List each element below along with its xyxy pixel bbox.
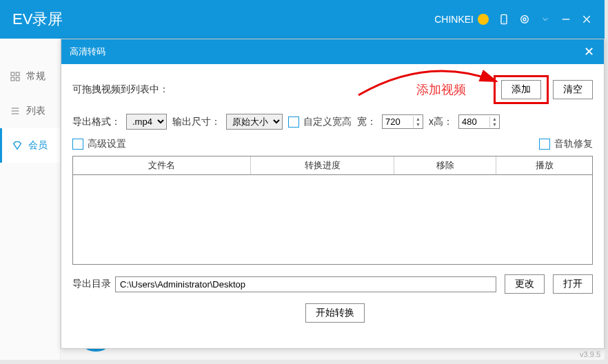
col-progress: 转换进度 (251, 156, 394, 174)
list-icon (10, 105, 21, 117)
dropdown-icon[interactable] (540, 14, 551, 25)
app-title: EV录屏 (12, 9, 434, 30)
dialog-close-icon[interactable]: ✕ (582, 45, 596, 59)
sidebar-label: 会员 (28, 139, 48, 152)
width-label: 宽： (357, 116, 376, 128)
settings-icon[interactable] (519, 14, 530, 25)
svg-point-3 (523, 18, 526, 21)
format-row: 导出格式： .mp4 输出尺寸： 原始大小 自定义宽高 宽： ▲▼ x高： ▲▼ (72, 114, 593, 130)
sidebar: 常规 列表 会员 (0, 39, 61, 360)
sidebar-label: 列表 (26, 105, 45, 117)
sidebar-item-general[interactable]: 常规 (0, 59, 60, 94)
clear-button[interactable]: 清空 (553, 80, 593, 99)
advanced-checkbox[interactable]: 高级设置 (72, 138, 126, 150)
format-label: 导出格式： (72, 116, 121, 128)
phone-icon[interactable] (498, 14, 509, 25)
format-select[interactable]: .mp4 (126, 114, 167, 130)
dialog-header: 高清转码 ✕ (61, 39, 604, 64)
spin-up-icon[interactable]: ▲ (414, 117, 423, 122)
open-button[interactable]: 打开 (553, 274, 593, 294)
drag-row: 可拖拽视频到列表中： 添加视频 添加 清空 (72, 75, 593, 104)
svg-rect-8 (16, 77, 19, 81)
start-row: 开始转换 (72, 303, 593, 323)
spin-down-icon[interactable]: ▼ (490, 122, 499, 128)
svg-point-2 (521, 16, 529, 23)
user-info[interactable]: CHINKEI (434, 14, 489, 25)
titlebar-right: CHINKEI (434, 14, 592, 25)
spin-up-icon[interactable]: ▲ (490, 117, 499, 122)
custom-wh-label: 自定义宽高 (303, 116, 352, 128)
col-play: 播放 (496, 156, 592, 174)
width-input[interactable] (383, 115, 413, 128)
start-convert-button[interactable]: 开始转换 (305, 303, 365, 323)
sidebar-item-vip[interactable]: 会员 (0, 128, 60, 163)
version-label: v3.9.5 (580, 350, 600, 358)
custom-wh-checkbox[interactable]: 自定义宽高 (288, 116, 352, 128)
diamond-icon (12, 140, 23, 151)
dialog-body: 可拖拽视频到列表中： 添加视频 添加 清空 导出格式： .mp4 输出尺寸： 原… (61, 64, 604, 334)
user-name: CHINKEI (434, 14, 474, 25)
checkbox-icon (539, 139, 550, 150)
height-label: x高： (429, 116, 453, 128)
output-label: 导出目录 (72, 278, 111, 290)
coin-icon (478, 14, 489, 25)
height-spinner[interactable]: ▲▼ (458, 114, 500, 129)
audiofix-label: 音轨修复 (554, 138, 593, 150)
svg-rect-5 (11, 72, 14, 76)
width-spinner[interactable]: ▲▼ (382, 114, 423, 129)
svg-point-1 (503, 21, 504, 22)
col-remove: 移除 (394, 156, 496, 174)
output-row: 导出目录 更改 打开 (72, 274, 593, 294)
add-highlight: 添加 (494, 75, 549, 104)
hd-transcode-dialog: 高清转码 ✕ 可拖拽视频到列表中： 添加视频 添加 清空 导出格式： .mp4 … (61, 39, 605, 349)
svg-rect-6 (16, 72, 19, 76)
sidebar-item-list[interactable]: 列表 (0, 94, 60, 128)
col-filename: 文件名 (73, 156, 251, 174)
audiofix-checkbox[interactable]: 音轨修复 (539, 138, 593, 150)
advanced-label: 高级设置 (88, 138, 126, 150)
sidebar-label: 常规 (26, 70, 45, 83)
close-icon[interactable] (581, 14, 592, 25)
file-table: 文件名 转换进度 移除 播放 (72, 156, 593, 265)
options-row: 高级设置 音轨修复 (72, 138, 593, 150)
size-select[interactable]: 原始大小 (226, 114, 283, 130)
checkbox-icon (288, 117, 299, 128)
height-input[interactable] (459, 115, 489, 128)
checkbox-icon (72, 139, 83, 150)
add-button[interactable]: 添加 (501, 80, 541, 99)
output-path-input[interactable] (115, 276, 496, 292)
svg-rect-7 (11, 77, 14, 81)
minimize-icon[interactable] (560, 14, 571, 25)
title-bar: EV录屏 CHINKEI (0, 0, 605, 39)
spin-buttons[interactable]: ▲▼ (413, 117, 423, 128)
grid-icon (10, 71, 21, 82)
change-button[interactable]: 更改 (505, 274, 545, 294)
spin-buttons[interactable]: ▲▼ (489, 117, 499, 128)
drag-label: 可拖拽视频到列表中： (72, 83, 416, 96)
svg-rect-0 (501, 14, 507, 23)
size-label: 输出尺寸： (172, 116, 221, 128)
dialog-title: 高清转码 (70, 46, 582, 58)
annotation-text: 添加视频 (416, 81, 466, 98)
table-header: 文件名 转换进度 移除 播放 (73, 156, 592, 175)
spin-down-icon[interactable]: ▼ (414, 122, 423, 128)
